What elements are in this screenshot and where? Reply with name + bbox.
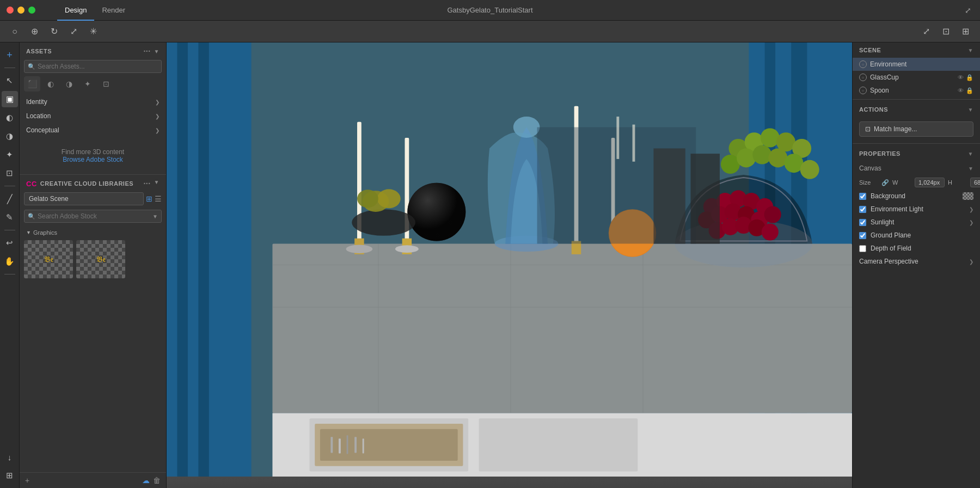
env-light-arrow-icon[interactable]: ❯ bbox=[969, 206, 973, 212]
cc-collapse-icon[interactable]: ▼ bbox=[154, 179, 160, 188]
effects-asset-tab[interactable]: ✦ bbox=[79, 76, 96, 91]
glasscup-icon: ○ bbox=[859, 74, 867, 81]
svg-point-31 bbox=[352, 209, 415, 236]
move-tool[interactable]: ⊕ bbox=[26, 24, 42, 39]
toolbar: ○ ⊕ ↻ ⤢ ✳ ⤢ ⊡ ⊞ bbox=[0, 21, 980, 42]
location-section[interactable]: Location ❯ bbox=[20, 109, 166, 123]
tab-design[interactable]: Design bbox=[57, 0, 94, 21]
maximize-button[interactable] bbox=[28, 7, 35, 14]
materials-asset-tab[interactable]: ◐ bbox=[42, 76, 59, 91]
people-tool[interactable]: ⊞ bbox=[2, 467, 18, 484]
trash-icon[interactable]: 🗑 bbox=[153, 476, 161, 485]
list-view-icon[interactable]: ☰ bbox=[155, 194, 162, 203]
shapes-tool[interactable]: ◐ bbox=[2, 109, 18, 126]
ground-plane-checkbox[interactable] bbox=[859, 232, 866, 239]
canvas-area[interactable] bbox=[167, 42, 852, 488]
canvas-label: Canvas bbox=[859, 164, 881, 172]
graphic-item-2[interactable]: 𝔅𝔢 bbox=[76, 240, 125, 278]
window-controls-icon[interactable]: ⤢ bbox=[963, 5, 973, 16]
glasscup-lock-icon[interactable]: 🔒 bbox=[966, 74, 973, 81]
images-asset-tab[interactable]: ⊡ bbox=[98, 76, 114, 91]
camera-perspective-arrow-icon[interactable]: ❯ bbox=[969, 259, 973, 265]
environment-label: Environment bbox=[870, 60, 906, 68]
ground-plane-label: Ground Plane bbox=[871, 231, 911, 239]
add-object-tool[interactable]: + bbox=[2, 47, 18, 63]
scale-tool[interactable]: ⤢ bbox=[65, 24, 82, 39]
grid-view-tool[interactable]: ⊞ bbox=[957, 24, 973, 39]
environment-light-checkbox[interactable] bbox=[859, 206, 866, 213]
svg-point-33 bbox=[377, 189, 401, 208]
spoon-visibility-icon[interactable]: 👁 bbox=[958, 87, 964, 94]
canvas-width-input[interactable] bbox=[915, 178, 945, 187]
camera-view-tool[interactable]: ⊡ bbox=[938, 24, 954, 39]
camera-perspective-label: Camera Perspective bbox=[859, 258, 918, 265]
pan-tool[interactable]: ✋ bbox=[2, 253, 18, 270]
library-dropdown[interactable]: Gelato Scene bbox=[24, 192, 144, 205]
browse-stock-link[interactable]: Browse Adobe Stock bbox=[63, 156, 123, 163]
properties-section-header[interactable]: Properties ▼ bbox=[853, 146, 980, 161]
link-icon[interactable]: 🔗 bbox=[881, 179, 889, 186]
assets-more-icon[interactable]: ··· bbox=[143, 47, 150, 56]
graphic-item-1[interactable]: 𝔅𝔢 bbox=[24, 240, 73, 278]
star-tool[interactable]: ✳ bbox=[85, 24, 101, 39]
eyedropper-tool[interactable]: ✎ bbox=[2, 209, 18, 225]
close-button[interactable] bbox=[7, 7, 14, 14]
material-tool[interactable]: ◑ bbox=[2, 128, 18, 144]
svg-point-28 bbox=[395, 245, 419, 253]
library-select[interactable]: Gelato Scene bbox=[24, 192, 144, 205]
graphics-chevron-icon[interactable]: ▼ bbox=[26, 230, 31, 235]
effects-tool[interactable]: ✦ bbox=[2, 147, 18, 163]
sunlight-checkbox[interactable] bbox=[859, 219, 866, 226]
cc-sync-icon[interactable]: ☁ bbox=[142, 476, 150, 485]
conceptual-section[interactable]: Conceptual ❯ bbox=[20, 123, 166, 137]
tool-divider-3 bbox=[4, 230, 15, 230]
glasscup-visibility-icon[interactable]: 👁 bbox=[958, 74, 964, 81]
graphic-thumb-bg-2: 𝔅𝔢 bbox=[76, 240, 125, 278]
cc-search-input[interactable] bbox=[24, 210, 162, 223]
grid-view-icon[interactable]: ⊞ bbox=[146, 194, 152, 203]
panel-bottom: + ☁ 🗑 bbox=[20, 472, 166, 488]
svg-rect-73 bbox=[616, 117, 619, 159]
lights-asset-tab[interactable]: ◑ bbox=[61, 76, 77, 91]
canvas-height-input[interactable] bbox=[970, 178, 980, 187]
match-image-button[interactable]: ⊡ Match Image... bbox=[859, 121, 973, 137]
add-library-icon[interactable]: + bbox=[25, 476, 29, 485]
scene-item-spoon[interactable]: ○ Spoon 👁 🔒 bbox=[853, 84, 980, 97]
sunlight-arrow-icon[interactable]: ❯ bbox=[969, 219, 973, 225]
assets-search: 🔍 bbox=[24, 60, 162, 73]
select-tool[interactable]: ↖ bbox=[2, 72, 18, 89]
layers-tool[interactable]: ▣ bbox=[2, 91, 18, 107]
identity-section[interactable]: Identity ❯ bbox=[20, 95, 166, 109]
canvas-subsection-header[interactable]: Canvas ▼ bbox=[853, 161, 980, 175]
canvas-size-row: Size 🔗 W H bbox=[859, 178, 973, 187]
background-thumbnail[interactable] bbox=[963, 192, 973, 200]
titlebar: Design Render GatsbyGelato_TutorialStart… bbox=[0, 0, 980, 21]
actions-section-header[interactable]: Actions ▼ bbox=[853, 102, 980, 117]
circle-select-tool[interactable]: ○ bbox=[7, 24, 23, 39]
main-area: + ↖ ▣ ◐ ◑ ✦ ⊡ ╱ ✎ ↩ ✋ ↓ ⊞ Assets ··· ▼ 🔍 bbox=[0, 42, 980, 488]
scene-section-header[interactable]: Scene ▼ bbox=[853, 42, 980, 58]
spoon-lock-icon[interactable]: 🔒 bbox=[966, 87, 973, 94]
cc-search-arrow[interactable]: ▼ bbox=[152, 213, 158, 219]
cc-more-icon[interactable]: ··· bbox=[143, 179, 150, 188]
scene-item-environment[interactable]: ○ Environment bbox=[853, 58, 980, 71]
shapes-asset-tab[interactable]: ⬛ bbox=[24, 76, 40, 91]
import-tool[interactable]: ↓ bbox=[2, 449, 18, 465]
assets-collapse-icon[interactable]: ▼ bbox=[154, 48, 160, 54]
expand-view-tool[interactable]: ⤢ bbox=[918, 24, 934, 39]
graphic-thumb-bg-1: 𝔅𝔢 bbox=[24, 240, 73, 278]
scene-item-glasscup[interactable]: ○ GlassCup 👁 🔒 bbox=[853, 71, 980, 84]
paint-tool[interactable]: ╱ bbox=[2, 191, 18, 207]
history-tool[interactable]: ↩ bbox=[2, 235, 18, 251]
right-panel: Scene ▼ ○ Environment ○ GlassCup 👁 🔒 ○ S… bbox=[852, 42, 980, 488]
cc-search-icon: 🔍 bbox=[28, 213, 35, 220]
left-toolbar: + ↖ ▣ ◐ ◑ ✦ ⊡ ╱ ✎ ↩ ✋ ↓ ⊞ bbox=[0, 42, 20, 488]
width-label: W bbox=[892, 179, 911, 186]
rotate-tool[interactable]: ↻ bbox=[46, 24, 62, 39]
tab-render[interactable]: Render bbox=[94, 0, 133, 21]
depth-of-field-checkbox[interactable] bbox=[859, 245, 866, 252]
assets-search-input[interactable] bbox=[24, 60, 162, 73]
background-checkbox[interactable] bbox=[859, 193, 866, 200]
minimize-button[interactable] bbox=[17, 7, 24, 14]
image-tool[interactable]: ⊡ bbox=[2, 165, 18, 181]
